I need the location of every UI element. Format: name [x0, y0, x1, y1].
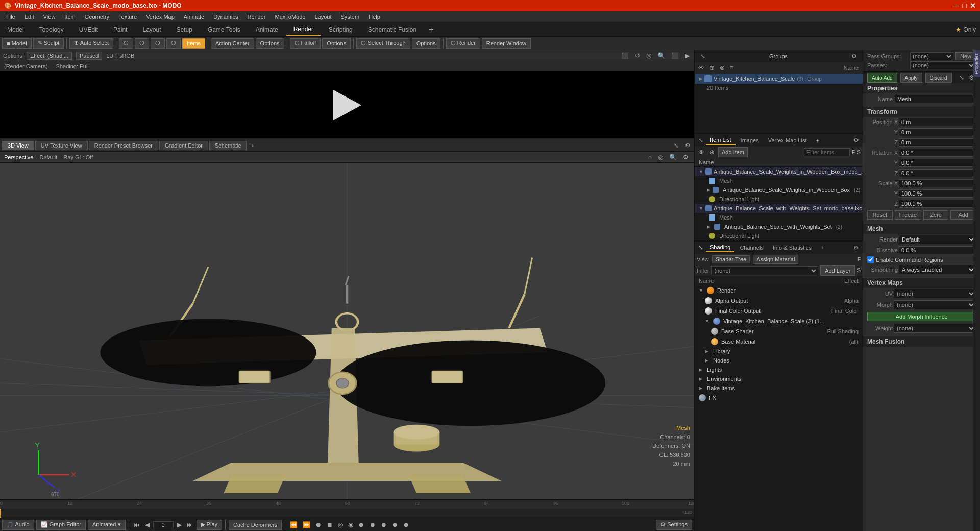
menu-render[interactable]: Render: [243, 13, 270, 21]
render-ctrl-2[interactable]: ↺: [633, 52, 642, 60]
play-btn[interactable]: ▶ Play: [197, 520, 222, 530]
zero-btn[interactable]: Zero: [923, 210, 949, 220]
menu-edit[interactable]: Edit: [20, 13, 38, 21]
groups-remove-btn[interactable]: ⊗: [718, 64, 726, 72]
item-eye-btn[interactable]: 👁: [697, 148, 706, 156]
morph-select[interactable]: (none): [894, 300, 976, 309]
items-btn[interactable]: Items: [182, 38, 205, 49]
action-center-btn[interactable]: Action Center: [211, 38, 254, 49]
sculpt-mode-btn[interactable]: ✎ Sculpt: [33, 38, 64, 49]
group-item-main[interactable]: ▶ Vintage_Kitchen_Balance_Scale (3) : Gr…: [695, 74, 863, 84]
add-item-btn[interactable]: Add Item: [718, 147, 748, 157]
tl-icon5[interactable]: ◎: [336, 521, 345, 529]
menu-view[interactable]: View: [39, 13, 60, 21]
prop-expand-btn[interactable]: ⤡: [958, 74, 966, 82]
shader-nodes[interactable]: ▶ Nodes: [695, 356, 863, 365]
item-subgroup1[interactable]: ▶ Antique_Balance_Scale_Weights_in_Woode…: [695, 185, 863, 195]
frame-input[interactable]: [153, 521, 174, 528]
menu-maxtomodo[interactable]: MaxToModo: [271, 13, 310, 21]
raygl-label[interactable]: Ray GL: Off: [63, 154, 93, 160]
minimize-btn[interactable]: ─: [954, 2, 960, 10]
render-content-area[interactable]: [0, 71, 694, 138]
icon-tools-btn3[interactable]: ⬡: [151, 38, 165, 49]
tab-add-shading[interactable]: +: [817, 244, 828, 252]
shader-library[interactable]: ▶ Library: [695, 347, 863, 356]
go-end-btn[interactable]: ⏭: [185, 521, 194, 529]
tl-icon11[interactable]: ⏺: [402, 521, 411, 529]
weight-select[interactable]: (none): [894, 324, 976, 333]
falloff-btn[interactable]: ⬡ Falloff: [290, 38, 321, 49]
tab-render[interactable]: Render: [286, 23, 321, 36]
menu-dynamics[interactable]: Dynamics: [209, 13, 242, 21]
tab-schematic[interactable]: Schematic Fusion: [361, 24, 424, 35]
groups-menu-btn[interactable]: ≡: [728, 64, 735, 72]
add-morph-btn[interactable]: Add Morph Influence: [867, 312, 976, 321]
vp-zoom-icon[interactable]: 🔍: [668, 153, 678, 161]
shader-fx[interactable]: FX: [695, 393, 863, 403]
icon-tools-btn4[interactable]: ⬡: [166, 38, 181, 49]
tab-gradienteditor[interactable]: Gradient Editor: [159, 141, 208, 150]
enable-cmd-regions-checkbox[interactable]: [867, 256, 874, 263]
options-btn1[interactable]: Options: [256, 38, 284, 49]
tab-uvtexture[interactable]: UV Texture View: [35, 141, 88, 150]
render-ctrl-1[interactable]: ⬛: [620, 52, 630, 60]
dissolve-input[interactable]: [899, 246, 976, 254]
tl-icon9[interactable]: ⏺: [379, 521, 388, 529]
discard-btn[interactable]: Discard: [925, 73, 952, 83]
default-label[interactable]: Default: [39, 154, 57, 160]
vp-home-icon[interactable]: ⌂: [647, 153, 653, 161]
scale-z-input[interactable]: [899, 200, 976, 208]
render-ctrl-5[interactable]: ⬛: [670, 52, 680, 60]
select-through-btn[interactable]: ⬡ Select Through: [356, 38, 410, 49]
menu-layout[interactable]: Layout: [310, 13, 335, 21]
shader-render[interactable]: ▼ Render: [695, 285, 863, 296]
audio-btn[interactable]: 🎵 Audio: [2, 520, 34, 530]
smoothing-select[interactable]: Always Enabled: [899, 265, 976, 274]
vp-orbit-icon[interactable]: ◎: [656, 153, 665, 161]
tab-topology[interactable]: Topology: [32, 24, 71, 35]
render-btn[interactable]: ⬡ Render: [446, 38, 480, 49]
auto-select-btn[interactable]: ⊕ Auto Select: [69, 38, 113, 49]
tab-renderpreset[interactable]: Render Preset Browser: [89, 141, 158, 150]
menu-geometry[interactable]: Geometry: [81, 13, 113, 21]
tab-animate[interactable]: Animate: [249, 24, 285, 35]
next-frame-btn[interactable]: ▶: [176, 521, 183, 529]
render-select[interactable]: Default: [899, 235, 976, 244]
view-expand-icon[interactable]: ⤡: [672, 141, 680, 150]
filter-items-input[interactable]: [804, 148, 850, 156]
menu-texture[interactable]: Texture: [114, 13, 141, 21]
shader-base-shader[interactable]: Base Shader Full Shading: [695, 326, 863, 336]
rotation-z-input[interactable]: [899, 169, 976, 177]
paused-tab[interactable]: Paused: [76, 52, 102, 60]
tl-icon1[interactable]: ⏪: [288, 521, 299, 529]
tl-icon7[interactable]: ⏺: [357, 521, 366, 529]
tab-info-stats[interactable]: Info & Statistics: [769, 244, 816, 252]
tab-gametools[interactable]: Game Tools: [201, 24, 248, 35]
options-tab[interactable]: Options: [3, 53, 22, 59]
item-expand-btn[interactable]: ⤡: [697, 136, 705, 144]
apply-btn[interactable]: Apply: [900, 73, 922, 83]
tab-schematic[interactable]: Schematic: [209, 141, 247, 150]
close-btn[interactable]: ✕: [970, 2, 976, 10]
side-tab-props[interactable]: Properties: [973, 50, 980, 77]
groups-expand-btn[interactable]: ⤡: [699, 52, 707, 60]
uv-select[interactable]: (none): [894, 289, 976, 298]
item-light2[interactable]: Directional Light: [695, 231, 863, 240]
rotation-y-input[interactable]: [899, 159, 976, 167]
tab-setup[interactable]: Setup: [169, 24, 199, 35]
model-mode-btn[interactable]: ■ Model: [2, 38, 32, 49]
tab-vertexmaplist[interactable]: Vertex Map List: [764, 136, 811, 144]
cache-deformers-btn[interactable]: Cache Deformers: [229, 520, 282, 530]
go-start-btn[interactable]: ⏮: [132, 521, 141, 529]
tl-icon2[interactable]: ⏩: [301, 521, 312, 529]
shading-settings-btn[interactable]: ⚙: [852, 244, 861, 252]
render-window-btn[interactable]: Render Window: [482, 38, 531, 49]
icon-tools-btn[interactable]: ⬡: [119, 38, 133, 49]
item-mesh1[interactable]: Mesh: [695, 176, 863, 185]
shader-alpha[interactable]: Alpha Output Alpha: [695, 296, 863, 306]
shader-vintage-group[interactable]: ▼ Vintage_Kitchen_Balance_Scale (2) (1..…: [695, 316, 863, 326]
position-x-input[interactable]: [899, 118, 976, 126]
timeline-bar[interactable]: +120: [0, 509, 694, 518]
tab-channels[interactable]: Channels: [736, 244, 767, 252]
tab-uvedit[interactable]: UVEdit: [72, 24, 105, 35]
